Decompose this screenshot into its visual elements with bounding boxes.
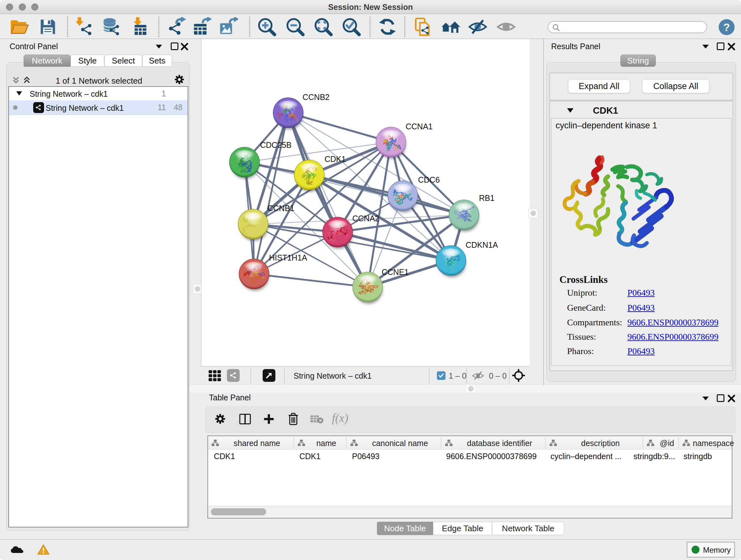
svg-text:CCNE1: CCNE1 <box>382 267 409 276</box>
svg-text:CCNB1: CCNB1 <box>267 204 294 212</box>
svg-text:RB1: RB1 <box>479 193 495 202</box>
svg-text:CCNA1: CCNA1 <box>406 122 433 131</box>
svg-text:CDC6: CDC6 <box>418 175 440 184</box>
svg-text:CDKN1A: CDKN1A <box>466 240 498 249</box>
svg-text:HIST1H1A: HIST1H1A <box>269 253 307 262</box>
svg-text:CCNA2: CCNA2 <box>352 214 380 223</box>
svg-text:CDK1: CDK1 <box>325 154 346 164</box>
svg-text:CDC25B: CDC25B <box>260 140 292 149</box>
svg-text:CCNB2: CCNB2 <box>302 92 330 102</box>
